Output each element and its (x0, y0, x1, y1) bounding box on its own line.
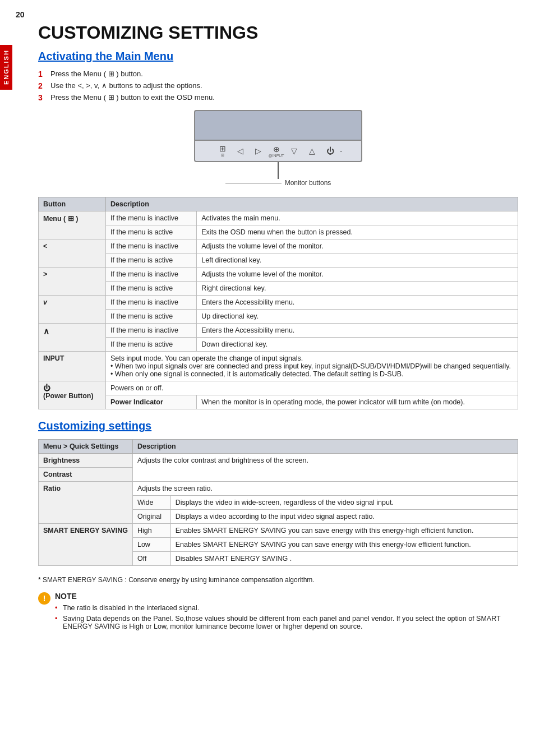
step-1-text: Press the Menu ( ⊞ ) button. (50, 70, 143, 78)
greater-active-cond: If the menu is active (106, 282, 197, 296)
monitor-btn-down: ▽ (287, 146, 302, 155)
contrast-cell: Contrast (39, 468, 133, 482)
menu-icon: ⊞ (219, 144, 226, 153)
less-active-desc: Left directional key. (197, 253, 518, 268)
table-row: If the menu is active Down directional k… (39, 338, 518, 352)
up-icon: △ (309, 146, 315, 155)
note-title: NOTE (55, 592, 518, 601)
main-title: CUSTOMIZING SETTINGS (38, 22, 518, 43)
table-row: If the menu is active Up directional key… (39, 310, 518, 324)
ses-low-desc: Enables SMART ENERGY SAVING you can save… (170, 538, 518, 552)
greater-button-cell: > (39, 268, 106, 296)
note-icon: ! (38, 592, 50, 605)
quick-settings-table: Menu > Quick Settings Description Bright… (38, 439, 518, 566)
list-item: The ratio is disabled in the interlaced … (55, 604, 518, 612)
input-label: @INPUT (269, 154, 284, 158)
table-row: Ratio Adjusts the screen ratio. (39, 482, 518, 496)
menu-inactive-desc: Activates the main menu. (197, 211, 518, 225)
table1-header-desc: Description (106, 197, 518, 211)
ses-high-label: High (132, 524, 170, 538)
monitor-label-row: Monitor buttons (225, 179, 331, 187)
ratio-original-label: Original (132, 510, 170, 524)
note-section: ! NOTE The ratio is disabled in the inte… (38, 592, 518, 633)
step-3: 3 Press the Menu ( ⊞ ) button to exit th… (38, 93, 518, 102)
power-button-cell: ⏻(Power Button) (39, 381, 106, 409)
table-row: Brightness Adjusts the color contrast an… (39, 454, 518, 468)
table-row: INPUT Sets input mode. You can operate t… (39, 352, 518, 381)
ses-high-desc: Enables SMART ENERGY SAVING you can save… (170, 524, 518, 538)
greater-inactive-desc: Adjusts the volume level of the monitor. (197, 268, 518, 282)
monitor-illustration: ⊞ ⊞ ◁ ▷ ⊕ @INPUT ▽ △ ⏻ • (188, 110, 368, 187)
note-list: The ratio is disabled in the interlaced … (55, 604, 518, 630)
monitor-btn-up: △ (305, 146, 320, 155)
v-inactive-cond: If the menu is inactive (106, 296, 197, 310)
sidebar-language-label: ENGLISH (0, 45, 12, 90)
down-icon: ▽ (291, 146, 297, 155)
input-desc: Sets input mode. You can operate the cha… (106, 352, 518, 381)
power-indicator-desc: When the monitor is in operating mode, t… (197, 395, 518, 409)
steps-list: 1 Press the Menu ( ⊞ ) button. 2 Use the… (38, 70, 518, 102)
caret-active-desc: Down directional key. (197, 338, 518, 352)
table-row: ∧ If the menu is inactive Enters the Acc… (39, 324, 518, 338)
step-3-text: Press the Menu ( ⊞ ) button to exit the … (50, 93, 215, 102)
monitor-btn-power: ⏻ (322, 146, 338, 155)
monitor-screen (194, 110, 362, 141)
caret-button-cell: ∧ (39, 324, 106, 352)
less-active-cond: If the menu is active (106, 253, 197, 268)
greater-inactive-cond: If the menu is inactive (106, 268, 197, 282)
ses-off-desc: Disables SMART ENERGY SAVING . (170, 552, 518, 566)
page-number: 20 (16, 10, 25, 19)
monitor-pointer-line (278, 162, 279, 179)
left-icon: ◁ (237, 146, 243, 155)
power-on-off-desc: Powers on or off. (106, 381, 518, 395)
table-row: < If the menu is inactive Adjusts the vo… (39, 239, 518, 253)
smart-energy-cell: SMART ENERGY SAVING (39, 524, 133, 566)
monitor-btn-input: ⊕ @INPUT (269, 145, 284, 158)
step-2-num: 2 (38, 81, 47, 90)
monitor-btn-menu: ⊞ ⊞ (215, 144, 230, 158)
table-row: ⏻(Power Button) Powers on or off. (39, 381, 518, 395)
monitor-btn-left: ◁ (233, 146, 248, 155)
menu-active-cond: If the menu is active (106, 225, 197, 239)
note-box: ! NOTE The ratio is disabled in the inte… (38, 592, 518, 633)
menu-active-desc: Exits the OSD menu when the button is pr… (197, 225, 518, 239)
table1-header-button: Button (39, 197, 106, 211)
table-row: v If the menu is inactive Enters the Acc… (39, 296, 518, 310)
caret-inactive-desc: Enters the Accessibility menu. (197, 324, 518, 338)
less-button-cell: < (39, 239, 106, 268)
table2-header-desc: Description (132, 440, 518, 454)
power-icon: ⏻ (326, 146, 334, 155)
table-row: If the menu is active Right directional … (39, 282, 518, 296)
less-inactive-cond: If the menu is inactive (106, 239, 197, 253)
ses-low-label: Low (132, 538, 170, 552)
v-active-cond: If the menu is active (106, 310, 197, 324)
button-table: Button Description Menu ( ⊞ ) If the men… (38, 197, 518, 409)
power-indicator-label: Power Indicator (106, 395, 197, 409)
brightness-desc: Adjusts the color contrast and brightnes… (132, 454, 518, 482)
v-button-cell: v (39, 296, 106, 324)
ratio-cell: Ratio (39, 482, 133, 524)
list-item: Saving Data depends on the Panel. So,tho… (55, 615, 518, 630)
dot-indicator: • (340, 149, 342, 154)
menu-icon-label: ⊞ (221, 153, 224, 158)
monitor-buttons-row: ⊞ ⊞ ◁ ▷ ⊕ @INPUT ▽ △ ⏻ • (194, 141, 362, 162)
input-button-cell: INPUT (39, 352, 106, 381)
step-2: 2 Use the <, >, v, ∧ buttons to adjust t… (38, 81, 518, 90)
v-inactive-desc: Enters the Accessibility menu. (197, 296, 518, 310)
table-row: If the menu is active Exits the OSD menu… (39, 225, 518, 239)
step-1-num: 1 (38, 70, 47, 79)
right-icon: ▷ (255, 146, 261, 155)
caret-active-cond: If the menu is active (106, 338, 197, 352)
ratio-wide-label: Wide (132, 496, 170, 510)
table2-header-menu: Menu > Quick Settings (39, 440, 133, 454)
table-row: Power Indicator When the monitor is in o… (39, 395, 518, 409)
step-1: 1 Press the Menu ( ⊞ ) button. (38, 70, 518, 79)
monitor-label-line (225, 183, 282, 183)
step-3-num: 3 (38, 93, 47, 102)
monitor-label-text: Monitor buttons (285, 179, 331, 187)
section2-title: Customizing settings (38, 420, 518, 432)
monitor-btn-right: ▷ (251, 146, 266, 155)
step-2-text: Use the <, >, v, ∧ buttons to adjust the… (50, 81, 202, 90)
brightness-cell: Brightness (39, 454, 133, 468)
less-inactive-desc: Adjusts the volume level of the monitor. (197, 239, 518, 253)
